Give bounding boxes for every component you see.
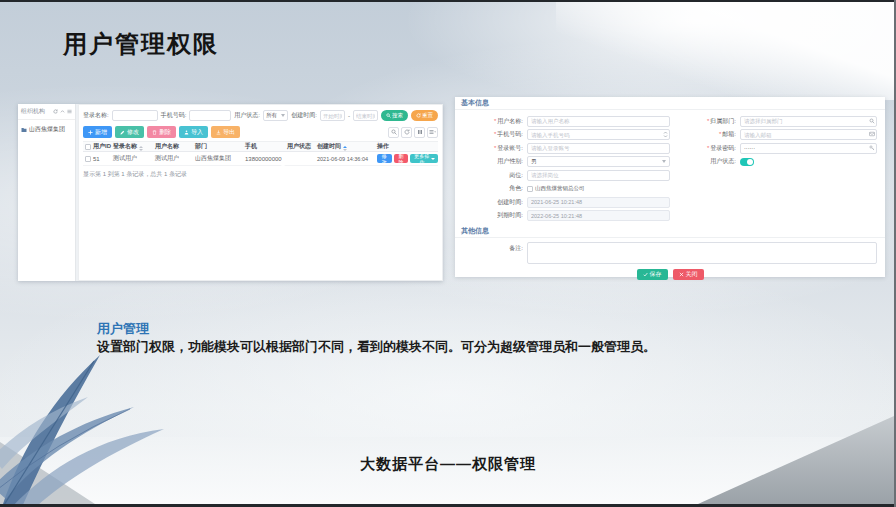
row-checkbox[interactable] bbox=[85, 156, 91, 162]
folder-icon bbox=[21, 127, 27, 133]
col-user-id: 用户ID bbox=[93, 142, 113, 151]
export-button[interactable]: 导出 bbox=[211, 126, 240, 138]
table-toolbar: 新增 修改 删除 导入 导出 bbox=[79, 125, 442, 141]
phone-input[interactable] bbox=[189, 110, 231, 121]
table-header-row: 用户ID 登录名称 用户名称 部门 手机 用户状态 创建时间 操作 bbox=[83, 141, 438, 152]
page-title: 用户管理权限 bbox=[63, 28, 219, 60]
presentation-slide: 用户管理权限 用户管理 设置部门权限，功能模块可以根据部门不同，看到的模块不同。… bbox=[0, 0, 896, 507]
view-options-icon[interactable] bbox=[427, 127, 438, 138]
sidebar-title: 组织机构 bbox=[21, 107, 45, 116]
remark-label: 备注: bbox=[463, 242, 527, 253]
record-summary: 显示第 1 到第 1 条记录，总共 1 条记录 bbox=[79, 166, 442, 183]
phone-number-field[interactable] bbox=[527, 129, 670, 140]
login-name-label: 登录名称: bbox=[83, 111, 109, 120]
row-edit-button[interactable]: 修改 bbox=[377, 154, 392, 163]
import-button[interactable]: 导入 bbox=[179, 126, 208, 138]
status-select-value: 所有 bbox=[266, 112, 277, 119]
import-icon bbox=[184, 130, 189, 135]
gender-select[interactable]: 男 bbox=[527, 156, 670, 167]
status-select[interactable]: 所有 bbox=[263, 110, 288, 121]
select-all-checkbox[interactable] bbox=[85, 144, 91, 150]
post-field[interactable] bbox=[527, 170, 670, 181]
cell-created: 2021-06-09 14:36:04 bbox=[317, 156, 377, 162]
role-label: 角色: bbox=[463, 184, 527, 193]
email-field[interactable] bbox=[740, 129, 877, 140]
row-delete-button[interactable]: 删除 bbox=[394, 154, 409, 163]
chevron-down-icon bbox=[431, 158, 435, 160]
plus-icon bbox=[88, 130, 93, 135]
add-button[interactable]: 新增 bbox=[83, 126, 112, 138]
close-button[interactable]: 关闭 bbox=[673, 269, 704, 280]
search-icon[interactable] bbox=[869, 118, 875, 124]
spinner-icon[interactable] bbox=[663, 131, 668, 138]
login-account-field[interactable] bbox=[527, 143, 670, 154]
start-time-input[interactable] bbox=[320, 110, 345, 121]
user-list-screenshot: 组织机构 山西焦煤集团 登录名称: 手机号码: 用户状态: 所有 bbox=[18, 104, 443, 281]
email-label: *邮箱: bbox=[670, 130, 740, 139]
created-time-label: 创建时间: bbox=[463, 198, 527, 207]
col-login-name[interactable]: 登录名称 bbox=[113, 142, 155, 151]
dept-field[interactable] bbox=[740, 116, 877, 127]
post-label: 岗位: bbox=[463, 171, 527, 180]
sort-icon-active bbox=[343, 146, 347, 151]
pencil-icon bbox=[120, 130, 125, 135]
tree-node-label: 山西焦煤集团 bbox=[29, 125, 65, 134]
menu-icon[interactable] bbox=[67, 109, 72, 114]
save-button[interactable]: 保存 bbox=[637, 269, 668, 280]
search-bar: 登录名称: 手机号码: 用户状态: 所有 创建时间: - 搜索 bbox=[79, 105, 442, 125]
edit-button[interactable]: 修改 bbox=[115, 126, 144, 138]
cell-login-name: 测试用户 bbox=[113, 154, 155, 163]
basic-info-section-title: 基本信息 bbox=[455, 97, 885, 110]
created-time-field bbox=[527, 197, 670, 208]
password-field[interactable] bbox=[740, 143, 877, 154]
delete-button[interactable]: 删除 bbox=[147, 126, 176, 138]
user-status-toggle[interactable] bbox=[740, 158, 754, 166]
password-label: *登录密码: bbox=[670, 144, 740, 153]
range-dash: - bbox=[348, 113, 350, 119]
sort-icon bbox=[139, 146, 143, 151]
user-name-field[interactable] bbox=[527, 116, 670, 127]
created-time-label: 创建时间: bbox=[291, 111, 317, 120]
cell-dept: 山西焦煤集团 bbox=[195, 154, 245, 163]
row-more-button[interactable]: 更多操作 bbox=[410, 154, 438, 163]
expire-time-label: 到期时间: bbox=[463, 211, 527, 220]
col-actions: 操作 bbox=[377, 142, 438, 151]
refresh-icon[interactable] bbox=[53, 109, 58, 114]
reset-button[interactable]: 重置 bbox=[411, 110, 438, 121]
user-name-label: *用户名称: bbox=[463, 117, 527, 126]
dept-label: *归属部门: bbox=[670, 117, 740, 126]
org-tree-sidebar: 组织机构 山西焦煤集团 bbox=[18, 104, 76, 281]
login-name-input[interactable] bbox=[112, 110, 158, 121]
phone-label: 手机号码: bbox=[161, 111, 187, 120]
col-phone: 手机 bbox=[245, 142, 287, 151]
columns-icon[interactable] bbox=[414, 127, 425, 138]
section-heading: 用户管理 bbox=[97, 320, 149, 338]
role-checkbox[interactable] bbox=[527, 186, 533, 192]
col-status: 用户状态 bbox=[287, 142, 317, 151]
chevron-down-icon bbox=[281, 114, 285, 117]
cell-user-id: 51 bbox=[93, 156, 113, 162]
role-checkbox-option[interactable]: 山西焦煤营销总公司 bbox=[527, 185, 585, 192]
other-info-section-title: 其他信息 bbox=[455, 225, 885, 238]
export-icon bbox=[216, 130, 221, 135]
slide-footer-title: 大数据平台——权限管理 bbox=[0, 455, 896, 474]
tree-node-company[interactable]: 山西焦煤集团 bbox=[18, 120, 75, 139]
col-created[interactable]: 创建时间 bbox=[317, 142, 377, 151]
gender-label: 用户性别: bbox=[463, 157, 527, 166]
refresh-table-icon[interactable] bbox=[401, 127, 412, 138]
slide-top-border bbox=[0, 0, 896, 2]
chevron-up-icon[interactable] bbox=[60, 109, 65, 114]
end-time-input[interactable] bbox=[353, 110, 378, 121]
trash-icon bbox=[152, 130, 157, 135]
search-toggle-icon[interactable] bbox=[388, 127, 399, 138]
status-label: 用户状态: bbox=[234, 111, 260, 120]
chevron-down-icon bbox=[662, 160, 666, 163]
table-row: 51 测试用户 测试用户 山西焦煤集团 13800000000 2021-06-… bbox=[83, 152, 438, 166]
user-table: 用户ID 登录名称 用户名称 部门 手机 用户状态 创建时间 操作 51 测试用… bbox=[83, 141, 438, 166]
remark-textarea[interactable] bbox=[527, 242, 877, 264]
corner-highlight-decoration bbox=[556, 0, 896, 100]
form-right-column: *归属部门: *邮箱: *登录密码: 用户状态: bbox=[670, 115, 877, 223]
mail-icon bbox=[869, 131, 875, 137]
login-account-label: *登录账号: bbox=[463, 144, 527, 153]
search-button[interactable]: 搜索 bbox=[381, 110, 408, 121]
